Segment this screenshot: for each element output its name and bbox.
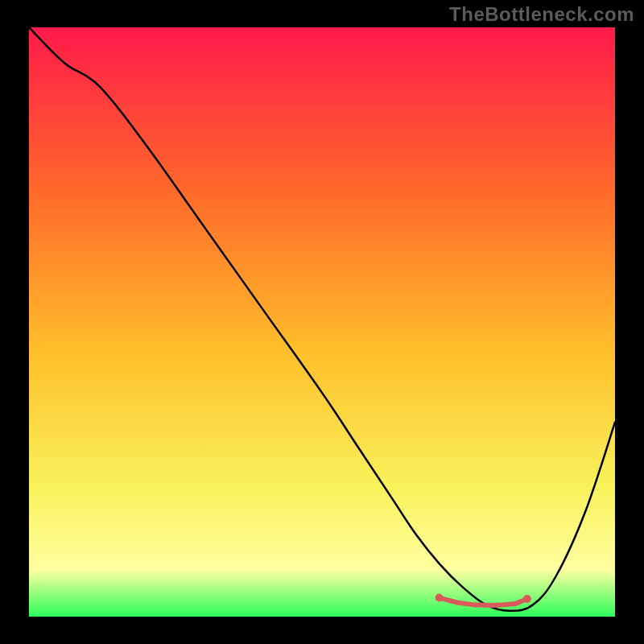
trough-end-dot xyxy=(523,595,531,603)
bottleneck-chart xyxy=(0,0,644,644)
trough-end-dot xyxy=(436,594,444,602)
watermark-text: TheBottleneck.com xyxy=(449,3,634,26)
chart-container: { "watermark": "TheBottleneck.com", "col… xyxy=(0,0,644,644)
gradient-plot-area xyxy=(29,27,615,617)
